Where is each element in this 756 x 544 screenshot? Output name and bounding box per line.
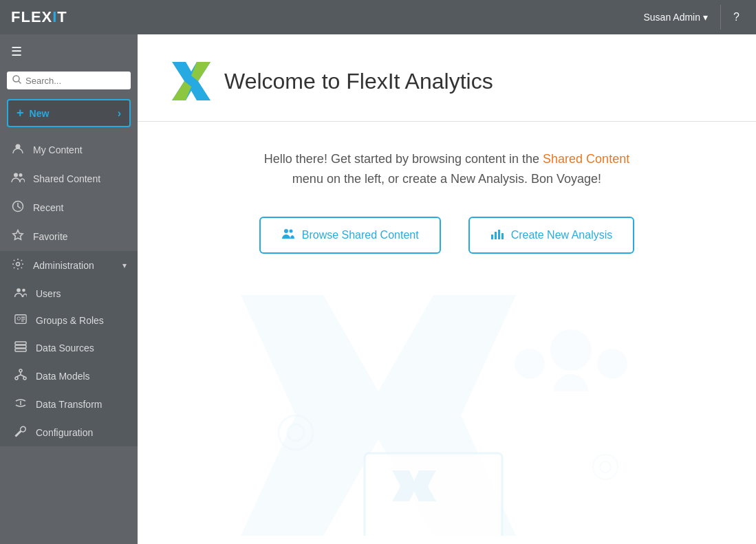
svg-point-36 [597,349,627,379]
app-logo: FLEXIT [11,8,67,26]
svg-point-0 [13,76,19,82]
users-icon [14,287,28,300]
transform-icon [14,397,28,411]
svg-point-3 [14,173,18,177]
user-name-label: Susan Admin [644,12,701,23]
main-layout: ☰ + New › [0,34,756,544]
svg-point-29 [289,229,292,232]
search-icon [12,75,21,86]
svg-marker-40 [392,470,436,501]
svg-rect-39 [368,457,499,536]
svg-point-46 [600,461,611,472]
favorite-label: Favorite [33,231,127,242]
browse-icon [281,228,295,243]
svg-point-37 [515,349,545,379]
svg-rect-33 [501,233,504,239]
administration-label: Administration [33,260,114,271]
sidebar-item-users[interactable]: Users [0,280,138,307]
user-dropdown-icon: ▾ [703,12,708,23]
svg-marker-34 [241,295,516,536]
browse-shared-content-label: Browse Shared Content [302,229,419,241]
svg-point-44 [288,424,304,441]
groups-roles-label: Groups & Roles [36,315,104,326]
action-buttons: Browse Shared Content Create New Analysi… [172,217,722,254]
sidebar-item-data-sources[interactable]: Data Sources [0,334,138,362]
welcome-message-line2: menu on the left, or create a New Analys… [172,169,722,189]
data-sources-label: Data Sources [36,342,94,353]
svg-point-20 [23,377,26,380]
svg-point-28 [284,229,288,233]
help-button[interactable]: ? [720,5,745,30]
svg-line-22 [17,375,21,377]
chart-icon [490,228,504,243]
svg-rect-30 [491,235,493,239]
sidebar: ☰ + New › [0,34,138,544]
welcome-logo [172,62,210,100]
new-plus-icon: + [17,106,24,120]
data-models-label: Data Models [36,371,90,382]
configuration-label: Configuration [36,427,93,438]
clock-icon [11,200,25,215]
star-icon [11,229,25,244]
create-new-analysis-label: Create New Analysis [511,229,613,241]
watermark-area [138,295,756,544]
sidebar-item-configuration[interactable]: Configuration [0,418,138,446]
sidebar-item-administration[interactable]: Administration ▾ [0,251,138,280]
svg-point-45 [593,455,618,479]
svg-point-43 [279,415,313,450]
hamburger-icon: ☰ [11,45,22,58]
svg-point-11 [17,317,21,320]
new-arrow-icon: › [118,107,121,120]
welcome-section: Welcome to FlexIt Analytics [138,34,756,122]
person-icon [11,142,25,157]
data-transform-label: Data Transform [36,399,102,410]
sidebar-item-groups-roles[interactable]: Groups & Roles [0,307,138,334]
svg-point-7 [17,263,20,266]
create-new-analysis-button[interactable]: Create New Analysis [468,217,635,254]
hamburger-menu-button[interactable]: ☰ [0,34,138,69]
recent-label: Recent [33,202,127,213]
svg-marker-6 [13,230,23,240]
svg-point-19 [15,377,18,380]
new-button-label: New [30,108,50,119]
svg-rect-15 [15,342,26,345]
welcome-title: Welcome to FlexIt Analytics [224,69,493,94]
logo-t: T [57,8,67,25]
svg-point-9 [22,289,25,292]
search-container [7,72,131,89]
sidebar-item-recent[interactable]: Recent [0,193,138,222]
shared-content-highlight: Shared Content [543,152,629,166]
hierarchy-icon [14,369,28,383]
svg-line-1 [19,81,21,84]
svg-point-4 [19,173,23,177]
id-icon [14,314,28,327]
search-input[interactable] [25,76,125,86]
my-content-label: My Content [33,144,127,155]
sidebar-item-favorite[interactable]: Favorite [0,222,138,251]
browse-shared-content-button[interactable]: Browse Shared Content [259,217,441,254]
people-icon [11,171,25,186]
svg-rect-32 [498,230,500,239]
sidebar-item-data-transform[interactable]: Data Transform [0,390,138,418]
header-right: Susan Admin ▾ ? [637,5,746,30]
svg-rect-17 [15,349,26,351]
new-button[interactable]: + New › [7,99,131,127]
svg-point-8 [17,288,21,292]
admin-chevron-icon: ▾ [122,261,127,270]
app-header: FLEXIT Susan Admin ▾ ? [0,0,756,34]
help-icon: ? [733,11,739,23]
sidebar-item-my-content[interactable]: My Content [0,135,138,164]
db-icon [14,340,28,355]
users-label: Users [36,288,61,299]
gear-icon [11,258,25,273]
svg-rect-31 [495,232,497,239]
wrench-icon [14,425,28,439]
sidebar-item-shared-content[interactable]: Shared Content [0,164,138,193]
welcome-message-line1: Hello there! Get started by browsing con… [172,149,722,169]
svg-line-23 [21,375,25,377]
user-menu-button[interactable]: Susan Admin ▾ [637,8,715,27]
sidebar-item-data-models[interactable]: Data Models [0,362,138,390]
svg-rect-38 [365,453,502,536]
svg-rect-16 [15,345,26,348]
welcome-message: Hello there! Get started by browsing con… [172,149,722,189]
